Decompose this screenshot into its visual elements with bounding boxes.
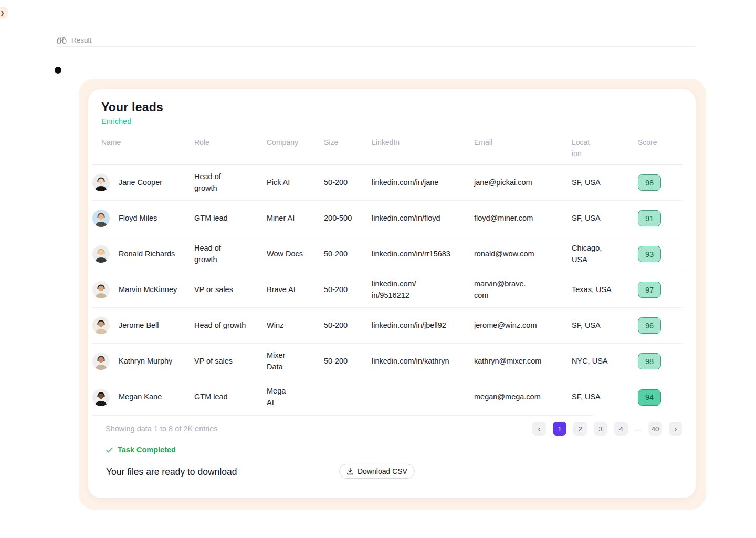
binoculars-icon bbox=[57, 36, 67, 44]
download-csv-button[interactable]: Download CSV bbox=[339, 464, 415, 479]
lead-linkedin: linkedin.com/in/rr15683 bbox=[372, 249, 474, 260]
lead-size: 200-500 bbox=[324, 213, 372, 224]
table-header-row: NameRoleCompanySizeLinkedInEmailLocat io… bbox=[92, 134, 682, 165]
score-cell: 94 bbox=[638, 389, 682, 406]
lead-name: Jane Cooper bbox=[119, 177, 194, 189]
table-body: Jane Cooper Head of growth Pick AI 50-20… bbox=[92, 165, 682, 415]
lead-location: SF, USA bbox=[572, 320, 638, 332]
column-header: LinkedIn bbox=[372, 137, 474, 159]
lead-name: Jerome Bell bbox=[119, 320, 194, 332]
next-page-button[interactable]: › bbox=[669, 422, 682, 436]
score-cell: 93 bbox=[638, 246, 682, 262]
lead-linkedin: linkedin.com/in/kathryn bbox=[372, 356, 474, 367]
score-cell: 91 bbox=[638, 210, 682, 226]
lead-size: 50-200 bbox=[324, 284, 372, 296]
lead-email: kathryn@mixer.com bbox=[474, 356, 572, 367]
lead-role: GTM lead bbox=[194, 213, 267, 224]
lead-email: marvin@brave. com bbox=[474, 278, 572, 302]
lead-name: Marvin McKinney bbox=[119, 284, 194, 296]
download-label: Download CSV bbox=[358, 467, 407, 475]
page-button-40[interactable]: 40 bbox=[648, 422, 662, 436]
score-badge: 98 bbox=[638, 174, 661, 191]
lead-company: Winz bbox=[267, 320, 324, 332]
table-row: Jerome Bell Head of growth Winz 50-200 l… bbox=[92, 308, 682, 344]
lead-size: 50-200 bbox=[324, 356, 372, 367]
avatar bbox=[92, 353, 110, 370]
page-button-4[interactable]: 4 bbox=[614, 422, 628, 436]
lead-role: GTM lead bbox=[194, 391, 267, 403]
lead-email: ronald@wow.com bbox=[474, 249, 572, 260]
lead-email: jane@pickai.com bbox=[474, 177, 572, 189]
lead-role: Head of growth bbox=[194, 243, 267, 266]
page-title: Your leads bbox=[101, 100, 163, 115]
table-row: Ronald Richards Head of growth Wow Docs … bbox=[92, 236, 682, 272]
lead-size: 50-200 bbox=[324, 249, 372, 260]
score-badge: 98 bbox=[638, 353, 661, 369]
lead-location: Chicago, USA bbox=[572, 243, 638, 266]
avatar-cell bbox=[92, 317, 119, 334]
lead-company: Mega AI bbox=[267, 386, 324, 409]
page-ellipsis: … bbox=[635, 422, 642, 436]
corner-logo-glyph: ❯ bbox=[1, 11, 5, 16]
page-button-3[interactable]: 3 bbox=[594, 422, 607, 436]
lead-email: floyd@miner.com bbox=[474, 213, 572, 224]
lead-name: Megan Kane bbox=[119, 391, 194, 403]
table-row: Megan Kane GTM lead Mega AI megan@mega.c… bbox=[92, 379, 682, 415]
score-badge: 94 bbox=[638, 389, 661, 406]
table-row: Marvin McKinney VP or sales Brave AI 50-… bbox=[92, 272, 682, 308]
table-row: Jane Cooper Head of growth Pick AI 50-20… bbox=[92, 165, 682, 201]
score-cell: 97 bbox=[638, 282, 682, 298]
pagination: Showing data 1 to 8 of 2K entries ‹1234…… bbox=[106, 421, 682, 436]
column-header: Company bbox=[267, 137, 324, 159]
score-badge: 91 bbox=[638, 210, 661, 226]
score-cell: 98 bbox=[638, 353, 682, 369]
lead-linkedin: linkedin.com/in/jane bbox=[372, 177, 474, 189]
table-bottom-divider bbox=[92, 415, 593, 416]
lead-company: Miner AI bbox=[267, 213, 324, 224]
column-header: Locat ion bbox=[572, 137, 638, 159]
column-header: Name bbox=[92, 137, 194, 159]
lead-company: Wow Docs bbox=[267, 249, 324, 260]
result-label: Result bbox=[71, 36, 91, 44]
table-row: Floyd Miles GTM lead Miner AI 200-500 li… bbox=[92, 201, 682, 236]
lead-size: 50-200 bbox=[324, 177, 372, 189]
lead-location: NYC, USA bbox=[572, 356, 638, 367]
lead-role: VP of sales bbox=[194, 356, 267, 367]
avatar-cell bbox=[92, 174, 119, 191]
lead-linkedin: linkedin.com/in/jbell92 bbox=[372, 320, 474, 332]
lead-role: VP or sales bbox=[194, 284, 267, 296]
lead-size: 50-200 bbox=[324, 320, 372, 332]
lead-linkedin: linkedin.com/ in/9516212 bbox=[372, 278, 474, 302]
avatar-cell bbox=[92, 353, 119, 370]
timeline-dot bbox=[55, 67, 61, 74]
column-header: Role bbox=[194, 137, 267, 159]
lead-location: SF, USA bbox=[572, 213, 638, 224]
lead-name: Kathryn Murphy bbox=[119, 356, 194, 367]
avatar-cell bbox=[92, 281, 119, 298]
lead-company: Brave AI bbox=[267, 284, 324, 296]
page-button-2[interactable]: 2 bbox=[573, 422, 587, 436]
avatar-cell bbox=[92, 210, 119, 227]
page-button-1[interactable]: 1 bbox=[553, 422, 566, 436]
table-row: Kathryn Murphy VP of sales Mixer Data 50… bbox=[92, 344, 682, 379]
score-badge: 96 bbox=[638, 317, 661, 334]
leads-card: Your leads Enriched NameRoleCompanySizeL… bbox=[88, 89, 696, 498]
result-panel: Your leads Enriched NameRoleCompanySizeL… bbox=[79, 79, 706, 510]
prev-page-button[interactable]: ‹ bbox=[532, 422, 546, 436]
lead-linkedin: linkedin.com/in/floyd bbox=[372, 213, 474, 224]
lead-name: Floyd Miles bbox=[119, 213, 194, 224]
lead-email: jerome@winz.com bbox=[474, 320, 572, 332]
avatar bbox=[92, 245, 110, 263]
lead-company: Mixer Data bbox=[267, 350, 324, 373]
avatar bbox=[92, 174, 110, 191]
entries-summary: Showing data 1 to 8 of 2K entries bbox=[106, 425, 218, 433]
enriched-badge: Enriched bbox=[101, 117, 131, 126]
column-header: Size bbox=[324, 137, 372, 159]
timeline-line bbox=[58, 74, 58, 538]
pager-buttons: ‹1234…40› bbox=[532, 422, 682, 436]
avatar bbox=[92, 281, 110, 298]
avatar bbox=[92, 210, 110, 227]
score-badge: 93 bbox=[638, 246, 661, 262]
corner-logo[interactable]: ❯ bbox=[0, 7, 8, 19]
lead-location: SF, USA bbox=[572, 391, 638, 403]
